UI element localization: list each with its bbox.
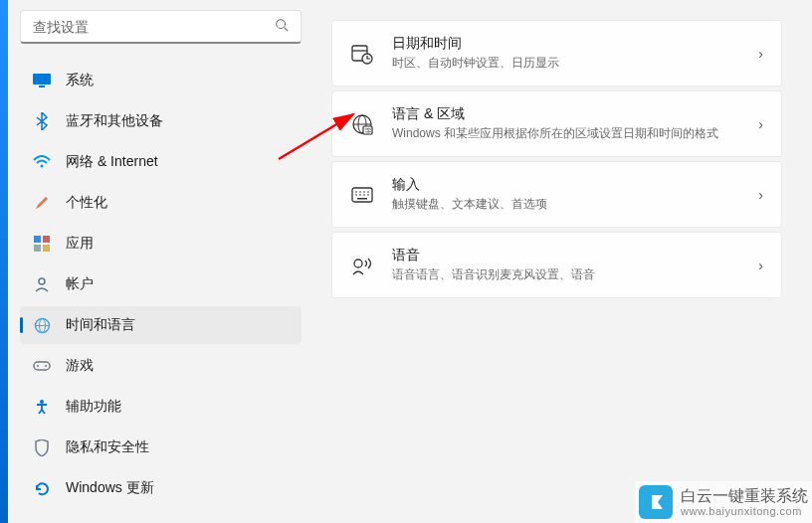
watermark-sub: www.baiyunxitong.com	[681, 505, 808, 518]
svg-point-14	[37, 365, 39, 367]
sidebar-item-label: 时间和语言	[66, 316, 135, 334]
card-title: 输入	[392, 176, 758, 194]
globe-language-icon: 字	[350, 112, 374, 136]
person-icon	[32, 274, 52, 294]
card-speech[interactable]: 语音 语音语言、语音识别麦克风设置、语音 ›	[331, 232, 782, 298]
watermark-logo-icon	[639, 485, 673, 519]
card-title: 语言 & 区域	[392, 105, 758, 123]
svg-rect-25	[352, 188, 372, 202]
accessibility-icon	[32, 397, 52, 417]
card-desc: 触摸键盘、文本建议、首选项	[392, 196, 758, 213]
display-icon	[32, 71, 52, 90]
card-body: 语言 & 区域 Windows 和某些应用根据你所在的区域设置日期和时间的格式	[392, 105, 758, 142]
sidebar-item-accounts[interactable]: 帐户	[20, 265, 302, 303]
sidebar-item-privacy[interactable]: 隐私和安全性	[20, 429, 302, 466]
svg-point-35	[354, 260, 362, 267]
card-desc: Windows 和某些应用根据你所在的区域设置日期和时间的格式	[392, 125, 758, 142]
window-left-edge	[0, 0, 8, 523]
svg-point-33	[367, 194, 369, 196]
svg-point-15	[45, 365, 47, 367]
search-input[interactable]	[33, 19, 275, 35]
bluetooth-icon	[32, 111, 52, 131]
chevron-right-icon: ›	[758, 116, 763, 132]
card-title: 日期和时间	[392, 35, 758, 53]
svg-rect-6	[43, 236, 50, 243]
chevron-right-icon: ›	[758, 187, 763, 203]
card-body: 日期和时间 时区、自动时钟设置、日历显示	[392, 35, 758, 72]
card-date-time[interactable]: 日期和时间 时区、自动时钟设置、日历显示 ›	[331, 20, 782, 87]
sidebar-item-personalization[interactable]: 个性化	[20, 184, 302, 222]
gamepad-icon	[32, 356, 52, 376]
sidebar-item-windows-update[interactable]: Windows 更新	[20, 469, 302, 507]
sidebar-item-label: 隐私和安全性	[66, 438, 149, 456]
sidebar-item-accessibility[interactable]: 辅助功能	[20, 388, 302, 426]
clock-globe-icon	[32, 315, 52, 335]
svg-point-4	[41, 165, 44, 168]
sidebar-item-bluetooth[interactable]: 蓝牙和其他设备	[20, 102, 302, 140]
sidebar-item-label: 个性化	[66, 194, 107, 212]
sidebar-item-label: 游戏	[66, 357, 94, 375]
svg-point-16	[40, 400, 44, 404]
search-box[interactable]	[20, 10, 302, 44]
app-container: 系统 蓝牙和其他设备 网络 & Internet 个性化	[0, 0, 812, 523]
svg-point-28	[363, 191, 365, 193]
nav-list: 系统 蓝牙和其他设备 网络 & Internet 个性化	[20, 62, 302, 510]
watermark-text: 白云一键重装系统 www.baiyunxitong.com	[681, 486, 808, 518]
svg-point-29	[367, 191, 369, 193]
svg-rect-34	[357, 198, 367, 200]
svg-point-0	[277, 20, 286, 29]
main-content: 日期和时间 时区、自动时钟设置、日历显示 › 字 语言 & 区域 Windows…	[311, 0, 812, 523]
calendar-clock-icon	[350, 42, 374, 66]
card-body: 输入 触摸键盘、文本建议、首选项	[392, 176, 758, 213]
watermark-main: 白云一键重装系统	[681, 486, 808, 505]
chevron-right-icon: ›	[758, 46, 763, 62]
svg-text:字: 字	[365, 126, 371, 133]
paintbrush-icon	[32, 193, 52, 213]
card-desc: 语音语言、语音识别麦克风设置、语音	[392, 266, 758, 283]
sidebar-item-network[interactable]: 网络 & Internet	[20, 143, 302, 181]
svg-point-9	[39, 278, 45, 284]
svg-rect-2	[33, 74, 51, 85]
svg-point-26	[355, 191, 357, 193]
svg-point-32	[363, 194, 365, 196]
sidebar-item-label: 蓝牙和其他设备	[66, 112, 163, 130]
update-icon	[32, 478, 52, 498]
sidebar-item-label: 辅助功能	[66, 398, 121, 416]
watermark: 白云一键重装系统 www.baiyunxitong.com	[635, 481, 812, 523]
svg-rect-3	[39, 86, 45, 87]
sidebar-item-label: 应用	[66, 235, 94, 253]
sidebar-item-gaming[interactable]: 游戏	[20, 347, 302, 385]
sidebar-item-label: 帐户	[66, 275, 94, 293]
svg-line-1	[285, 28, 289, 32]
sidebar-item-apps[interactable]: 应用	[20, 225, 302, 262]
card-language-region[interactable]: 字 语言 & 区域 Windows 和某些应用根据你所在的区域设置日期和时间的格…	[331, 90, 782, 157]
sidebar-item-time-language[interactable]: 时间和语言	[20, 306, 302, 344]
sidebar: 系统 蓝牙和其他设备 网络 & Internet 个性化	[8, 0, 311, 523]
apps-icon	[32, 234, 52, 254]
svg-rect-5	[34, 236, 41, 243]
card-typing[interactable]: 输入 触摸键盘、文本建议、首选项 ›	[331, 161, 782, 228]
svg-rect-13	[34, 362, 50, 370]
shield-icon	[32, 437, 52, 457]
card-body: 语音 语音语言、语音识别麦克风设置、语音	[392, 247, 758, 283]
search-icon	[275, 18, 289, 35]
svg-rect-7	[34, 245, 41, 252]
svg-point-31	[359, 194, 361, 196]
svg-rect-8	[43, 245, 50, 252]
svg-point-27	[359, 191, 361, 193]
sidebar-item-label: Windows 更新	[66, 479, 154, 497]
sidebar-item-label: 网络 & Internet	[66, 153, 158, 171]
card-title: 语音	[392, 247, 758, 264]
wifi-icon	[32, 152, 52, 172]
keyboard-icon	[350, 183, 374, 207]
card-desc: 时区、自动时钟设置、日历显示	[392, 55, 758, 72]
speech-icon	[350, 254, 374, 277]
svg-point-30	[355, 194, 357, 196]
sidebar-item-label: 系统	[66, 72, 94, 89]
chevron-right-icon: ›	[758, 258, 763, 273]
sidebar-item-system[interactable]: 系统	[20, 62, 302, 99]
